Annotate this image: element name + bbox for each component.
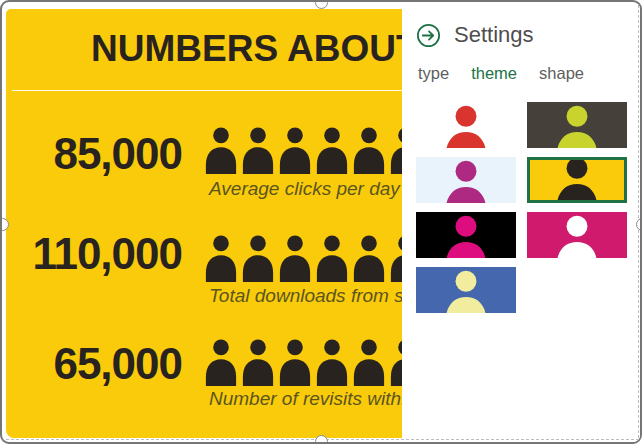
person-icon bbox=[315, 127, 349, 174]
settings-title: Settings bbox=[454, 22, 534, 48]
person-icon bbox=[315, 235, 349, 282]
infographic-visual-canvas[interactable]: NUMBERS ABOUT 85,000Average clicks per d… bbox=[6, 9, 402, 438]
tab-shape[interactable]: shape bbox=[539, 64, 584, 83]
theme-swatch-dark-lime[interactable] bbox=[527, 102, 627, 148]
person-icon bbox=[315, 339, 349, 386]
arrow-right-circle-icon bbox=[416, 23, 441, 48]
person-icon bbox=[204, 235, 238, 282]
theme-swatch-yellow-black[interactable] bbox=[527, 157, 627, 203]
infographic-editor-window: NUMBERS ABOUT 85,000Average clicks per d… bbox=[0, 0, 642, 444]
person-icon bbox=[444, 270, 489, 313]
people-icons-row bbox=[204, 127, 402, 174]
visual-title: NUMBERS ABOUT bbox=[91, 30, 402, 68]
person-icon bbox=[352, 339, 386, 386]
stat-caption: Total downloads from si bbox=[209, 285, 402, 307]
person-icon bbox=[389, 339, 402, 386]
person-icon bbox=[278, 339, 312, 386]
theme-swatch-black-magenta[interactable] bbox=[416, 212, 516, 258]
person-icon bbox=[241, 339, 275, 386]
settings-header: Settings bbox=[416, 22, 534, 48]
stat-value: 65,000 bbox=[6, 342, 182, 386]
person-icon bbox=[389, 127, 402, 174]
person-icon bbox=[278, 235, 312, 282]
person-icon bbox=[555, 157, 600, 203]
stat-value: 85,000 bbox=[6, 132, 182, 176]
settings-tabs: typethemeshape bbox=[418, 64, 584, 83]
theme-swatch-white-red[interactable] bbox=[416, 102, 516, 148]
theme-swatch-pink-white[interactable] bbox=[527, 212, 627, 258]
person-icon bbox=[204, 127, 238, 174]
resize-handle-top[interactable] bbox=[315, 0, 328, 9]
person-icon bbox=[444, 105, 489, 148]
person-icon bbox=[555, 215, 600, 258]
person-icon bbox=[352, 235, 386, 282]
settings-panel: Settings typethemeshape bbox=[402, 4, 642, 444]
resize-handle-right[interactable] bbox=[636, 218, 642, 231]
person-icon bbox=[389, 235, 402, 282]
person-icon bbox=[352, 127, 386, 174]
person-icon bbox=[241, 235, 275, 282]
settings-back-button[interactable] bbox=[416, 23, 441, 48]
tab-type[interactable]: type bbox=[418, 64, 449, 83]
stat-caption: Average clicks per day bbox=[209, 178, 400, 200]
people-icons-row bbox=[204, 235, 402, 282]
theme-swatch-blue-paleyellow[interactable] bbox=[416, 267, 516, 313]
resize-handle-bottom[interactable] bbox=[315, 435, 328, 444]
person-icon bbox=[555, 105, 600, 148]
person-icon bbox=[241, 127, 275, 174]
title-divider bbox=[12, 90, 402, 91]
person-icon bbox=[444, 215, 489, 258]
stat-caption: Number of revisits withi bbox=[209, 388, 402, 410]
tab-theme[interactable]: theme bbox=[471, 64, 517, 83]
person-icon bbox=[278, 127, 312, 174]
people-icons-row bbox=[204, 339, 402, 386]
stat-value: 110,000 bbox=[6, 232, 182, 276]
person-icon bbox=[204, 339, 238, 386]
person-icon bbox=[444, 160, 489, 203]
theme-swatch-grid bbox=[416, 102, 627, 313]
theme-swatch-lightblue-magenta[interactable] bbox=[416, 157, 516, 203]
